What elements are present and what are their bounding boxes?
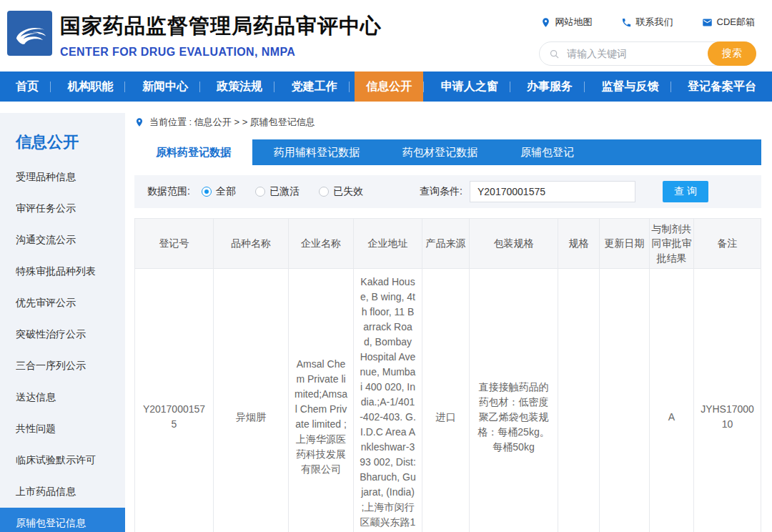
radio-dot-icon [255,187,265,197]
radio-activated-label: 已激活 [269,185,300,198]
radio-activated[interactable]: 已激活 [255,185,300,198]
col-origin: 产品来源 [422,219,470,269]
data-tabs: 原料药登记数据 药用辅料登记数据 药包材登记数据 原辅包登记 [134,139,761,165]
phone-icon [621,17,632,28]
location-pin-icon [540,17,551,28]
nav-item-supervision[interactable]: 监督与反馈 [590,72,670,102]
query-input[interactable] [470,181,635,202]
page-body: 信息公开 受理品种信息 审评任务公示 沟通交流公示 特殊审批品种列表 优先审评公… [0,102,772,532]
site-header: 国家药品监督管理局药品审评中心 CENTER FOR DRUG EVALUATI… [0,0,772,72]
query-button[interactable]: 查 询 [663,181,708,202]
radio-expired[interactable]: 已失效 [319,185,363,198]
location-pin-icon [134,117,144,127]
nav-item-party[interactable]: 党建工作 [280,72,349,102]
sidebar-item-three-in-one[interactable]: 三合一序列公示 [0,350,125,382]
sidebar-item-communication[interactable]: 沟通交流公示 [0,225,125,256]
sidebar-item-priority-review[interactable]: 优先审评公示 [0,287,125,319]
contact-label: 联系我们 [636,16,673,29]
sidebar-item-common-issues[interactable]: 共性问题 [0,413,125,445]
site-subtitle: CENTER FOR DRUG EVALUATION, NMPA [60,46,382,59]
query-label: 查询条件: [420,185,462,198]
col-product-name: 品种名称 [214,219,289,269]
table-header-row: 登记号 品种名称 企业名称 企业地址 产品来源 包装规格 规格 更新日期 与制剂… [135,219,761,269]
tab-packaging-registration[interactable]: 药包材登记数据 [381,139,499,165]
site-search: 搜索 [539,41,756,66]
sidebar-item-review-tasks[interactable]: 审评任务公示 [0,193,125,225]
radio-dot-icon [202,187,212,197]
cell-company-name: Amsal Chem Private limited;Amsal Chem Pr… [289,268,354,532]
cell-packaging: 直接接触药品的药包材：低密度聚乙烯袋包装规格：每桶25kg。每桶50kg [470,268,558,532]
nav-item-registration-platform[interactable]: 登记备案平台 [676,72,768,102]
nav-item-services[interactable]: 办事服务 [515,72,584,102]
col-registration-no: 登记号 [135,219,214,269]
nav-item-policy[interactable]: 政策法规 [205,72,274,102]
search-button[interactable]: 搜索 [708,41,756,66]
col-company-name: 企业名称 [289,219,354,269]
quick-links: 网站地图 联系我们 CDE邮箱 [540,16,755,29]
radio-all[interactable]: 全部 [202,185,236,198]
cell-spec [558,268,600,532]
search-icon [549,49,560,59]
sidebar-item-accepted-varieties[interactable]: 受理品种信息 [0,162,125,193]
col-spec: 规格 [558,219,600,269]
breadcrumb: 当前位置 : 信息公开 > > 原辅包登记信息 [134,116,761,129]
main-nav: 首页 机构职能 新闻中心 政策法规 党建工作 信息公开 申请人之窗 办事服务 监… [0,72,772,102]
sidebar-title: 信息公开 [0,113,125,162]
mail-icon [702,17,713,28]
nav-item-home[interactable]: 首页 [4,72,50,102]
tab-raw-aux-pack[interactable]: 原辅包登记 [499,139,595,165]
main-content: 当前位置 : 信息公开 > > 原辅包登记信息 原料药登记数据 药用辅料登记数据… [134,116,761,532]
scope-label: 数据范围: [147,185,190,198]
sidebar-item-delivery-info[interactable]: 送达信息 [0,382,125,413]
col-company-address: 企业地址 [354,219,422,269]
col-packaging: 包装规格 [470,219,558,269]
site-title-block: 国家药品监督管理局药品审评中心 CENTER FOR DRUG EVALUATI… [60,12,382,59]
nav-item-applicant-window[interactable]: 申请人之窗 [430,72,510,102]
col-joint-review-result: 与制剂共同审批审批结果 [650,219,694,269]
sitemap-label: 网站地图 [555,16,593,29]
cde-mail-link[interactable]: CDE邮箱 [702,16,755,29]
cde-mail-label: CDE邮箱 [717,16,755,29]
tab-excipient-registration[interactable]: 药用辅料登记数据 [252,139,381,165]
cell-company-address: Kakad House, B wing, 4th floor, 11 Barra… [354,268,422,532]
scope-radio-group: 全部 已激活 已失效 [202,185,363,198]
nav-item-news[interactable]: 新闻中心 [131,72,199,102]
contact-link[interactable]: 联系我们 [621,16,673,29]
sidebar: 信息公开 受理品种信息 审评任务公示 沟通交流公示 特殊审批品种列表 优先审评公… [0,113,125,532]
breadcrumb-text: 当前位置 : 信息公开 > > 原辅包登记信息 [149,116,315,129]
radio-all-label: 全部 [216,185,236,198]
cell-origin: 进口 [422,268,470,532]
sidebar-item-special-approval[interactable]: 特殊审批品种列表 [0,256,125,287]
sitemap-link[interactable]: 网站地图 [540,16,593,29]
sidebar-item-marketed-drugs[interactable]: 上市药品信息 [0,476,125,508]
col-update-date: 更新日期 [600,219,650,269]
col-remark: 备注 [694,219,761,269]
cell-joint-review-result: A [650,268,694,532]
cell-registration-no: Y20170001575 [135,268,214,532]
nav-item-info-disclosure[interactable]: 信息公开 [355,72,423,102]
sidebar-item-clinical-trial-license[interactable]: 临床试验默示许可 [0,445,125,476]
cell-update-date [600,268,650,532]
sidebar-item-raw-aux-pack-registration[interactable]: 原辅包登记信息 [0,508,125,532]
cde-logo [7,11,52,56]
radio-dot-icon [319,187,329,197]
table-row: Y20170001575 异烟肼 Amsal Chem Private limi… [135,268,761,532]
cell-remark: JYHS1700010 [694,268,761,532]
radio-expired-label: 已失效 [333,185,363,198]
registration-table: 登记号 品种名称 企业名称 企业地址 产品来源 包装规格 规格 更新日期 与制剂… [134,218,761,532]
tab-api-registration[interactable]: 原料药登记数据 [134,139,252,165]
site-title: 国家药品监督管理局药品审评中心 [60,12,382,41]
cell-product-name: 异烟肼 [214,268,289,532]
filter-bar: 数据范围: 全部 已激活 已失效 查询条件: 查 询 [134,175,761,208]
nav-item-functions[interactable]: 机构职能 [56,72,124,102]
sidebar-item-breakthrough-therapy[interactable]: 突破性治疗公示 [0,319,125,350]
